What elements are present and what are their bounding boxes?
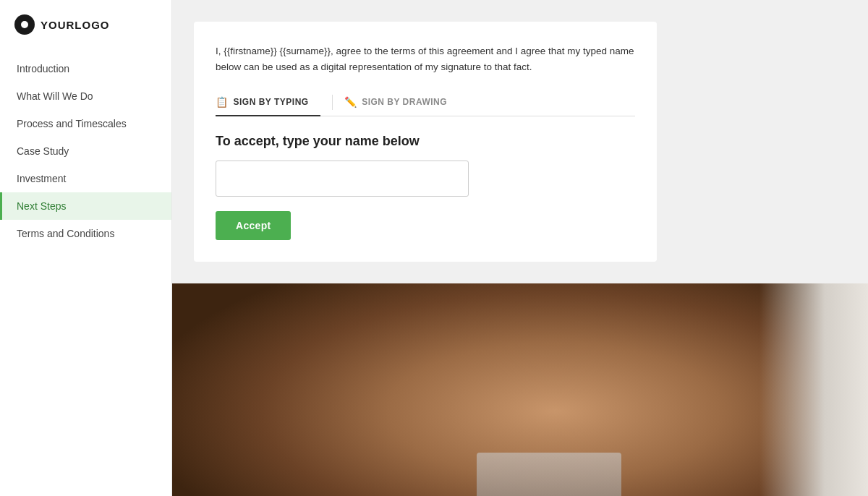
logo-icon xyxy=(14,14,35,35)
sidebar-nav: Introduction What Will We Do Process and… xyxy=(0,55,171,247)
logo-area: YOURLOGO xyxy=(0,0,171,55)
sidebar: YOURLOGO Introduction What Will We Do Pr… xyxy=(0,0,172,496)
sidebar-item-case-study[interactable]: Case Study xyxy=(0,137,171,165)
tab-sign-by-drawing[interactable]: ✏️ SIGN BY DRAWING xyxy=(344,89,459,116)
sidebar-item-investment[interactable]: Investment xyxy=(0,165,171,192)
drawing-icon: ✏️ xyxy=(344,96,357,108)
accept-button[interactable]: Accept xyxy=(216,211,291,240)
sidebar-item-next-steps[interactable]: Next Steps xyxy=(0,192,171,220)
name-input[interactable] xyxy=(216,161,469,197)
nav-list: Introduction What Will We Do Process and… xyxy=(0,55,171,247)
signature-card: I, {{firstname}} {{surname}}, agree to t… xyxy=(194,22,657,262)
accept-label: To accept, type your name below xyxy=(216,134,635,149)
sidebar-item-terms-and-conditions[interactable]: Terms and Conditions xyxy=(0,220,171,247)
sidebar-item-what-will-we-do[interactable]: What Will We Do xyxy=(0,82,171,110)
sidebar-item-process-and-timescales[interactable]: Process and Timescales xyxy=(0,110,171,137)
person-image xyxy=(172,283,868,496)
signature-tabs: 📋 SIGN BY TYPING ✏️ SIGN BY DRAWING xyxy=(216,89,635,116)
typing-icon: 📋 xyxy=(216,96,229,108)
tab-sign-by-typing[interactable]: 📋 SIGN BY TYPING xyxy=(216,89,320,116)
background-image-area xyxy=(172,283,868,496)
sidebar-item-introduction[interactable]: Introduction xyxy=(0,55,171,82)
agreement-text: I, {{firstname}} {{surname}}, agree to t… xyxy=(216,43,635,74)
bg-light-right xyxy=(760,283,868,496)
logo-text: YOURLOGO xyxy=(41,19,110,31)
main-content: I, {{firstname}} {{surname}}, agree to t… xyxy=(172,0,868,496)
content-area: I, {{firstname}} {{surname}}, agree to t… xyxy=(172,0,868,283)
tab-separator xyxy=(332,95,333,110)
bg-laptop xyxy=(477,453,621,496)
